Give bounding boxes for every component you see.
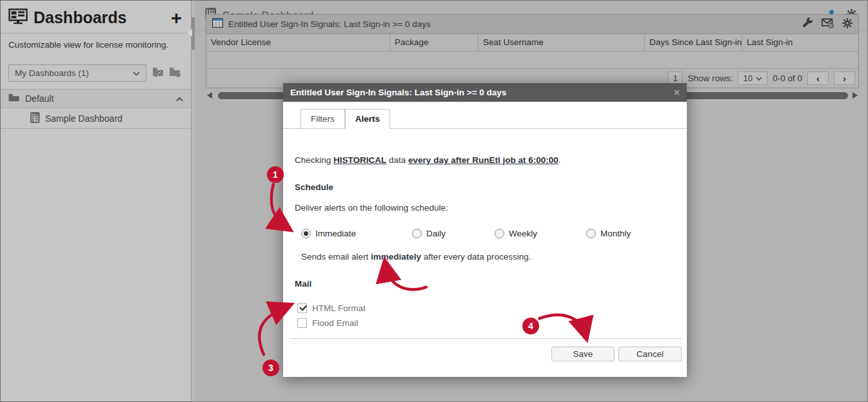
column-header[interactable]: Package — [390, 34, 478, 51]
scroll-left-arrow-icon[interactable] — [207, 92, 212, 99]
scroll-right-arrow-icon[interactable] — [853, 92, 858, 99]
historical-emphasis: HISTORICAL — [333, 155, 386, 165]
tab-alerts[interactable]: Alerts — [345, 109, 390, 129]
table-row — [206, 52, 859, 69]
checkbox-html-format[interactable]: HTML Format — [297, 303, 675, 313]
mail-heading: Mail — [295, 278, 675, 290]
schedule-radio-group: Immediate Daily Weekly Monthly — [301, 228, 675, 238]
folder-remove-icon[interactable] — [169, 67, 181, 80]
chevron-down-icon — [133, 68, 140, 78]
show-rows-label: Show rows: — [687, 73, 733, 83]
folder-edit-icon[interactable] — [152, 67, 164, 80]
schedule-instruction: Deliver alerts on the following schedule… — [295, 202, 675, 214]
dashboard-report-icon — [30, 112, 40, 125]
dialog-title: Entitled User Sign-In Signals: Last Sign… — [290, 88, 506, 97]
mail-options: HTML Format Flood Email — [297, 303, 675, 328]
table-header-row: Vendor License Package Seat Username Day… — [206, 34, 859, 52]
radio-monthly[interactable]: Monthly — [586, 229, 631, 238]
checkbox-checked-icon[interactable] — [297, 303, 307, 313]
column-header[interactable]: Last Sign-in — [742, 34, 858, 51]
widget-settings-gear-icon[interactable] — [842, 18, 853, 31]
close-icon[interactable]: × — [674, 88, 680, 98]
radio-daily[interactable]: Daily — [412, 229, 495, 238]
folder-icon — [8, 93, 19, 104]
immediately-emphasis: immediately — [371, 252, 421, 262]
radio-button-icon[interactable] — [495, 229, 504, 238]
table-widget: Entitled User Sign-In Signals: Last Sign… — [206, 14, 859, 88]
my-dashboards-dropdown[interactable]: My Dashboards (1) — [8, 64, 146, 82]
checkbox-unchecked-icon[interactable] — [297, 318, 307, 328]
radio-button-icon[interactable] — [586, 229, 596, 238]
widget-title: Entitled User Sign-In Signals: Last Sign… — [228, 19, 431, 29]
my-dashboards-dropdown-value: My Dashboards (1) — [15, 68, 89, 78]
dashboards-grid-icon — [8, 8, 28, 27]
checkbox-flood-email[interactable]: Flood Email — [297, 318, 675, 328]
folder-label: Default — [25, 93, 54, 104]
chevron-down-icon — [756, 77, 762, 81]
prev-page-button[interactable]: ‹ — [807, 72, 829, 85]
folder-actions — [152, 67, 181, 80]
tab-filters[interactable]: Filters — [301, 109, 345, 128]
radio-weekly[interactable]: Weekly — [495, 229, 586, 238]
cancel-button[interactable]: Cancel — [618, 347, 682, 361]
schedule-heading: Schedule — [295, 182, 675, 193]
column-header[interactable]: Vendor License — [206, 34, 390, 51]
column-header[interactable]: Seat Username — [478, 34, 645, 51]
radio-button-icon[interactable] — [412, 229, 422, 238]
radio-immediate[interactable]: Immediate — [301, 229, 412, 238]
table-icon — [212, 18, 223, 30]
sidebar-header: Dashboards + — [1, 1, 191, 34]
divider — [290, 338, 682, 339]
mail-schedule-icon[interactable] — [822, 18, 834, 31]
dialog-tabs: Filters Alerts — [283, 109, 687, 129]
save-button[interactable]: Save — [551, 347, 615, 361]
sidebar-description: Customizable view for license monitoring… — [1, 34, 191, 50]
schedule-note: Sends email alert immediately after ever… — [301, 251, 675, 263]
widget-header: Entitled User Sign-In Signals: Last Sign… — [206, 14, 859, 34]
radio-button-icon[interactable] — [301, 229, 311, 238]
dialog-actions: Save Cancel — [295, 347, 682, 361]
sidebar-folder-default[interactable]: Default — [1, 89, 191, 108]
sidebar: Dashboards + Customizable view for licen… — [1, 1, 192, 402]
next-page-button[interactable]: › — [834, 72, 855, 85]
dialog-body: Checking HISTORICAL data every day after… — [283, 155, 687, 361]
app-window: Dashboards + Customizable view for licen… — [0, 0, 868, 402]
chevron-up-icon[interactable] — [176, 93, 183, 104]
dashboard-selector-row: My Dashboards (1) — [8, 64, 183, 82]
wrench-icon[interactable] — [802, 17, 813, 31]
widget-settings-dialog: Entitled User Sign-In Signals: Last Sign… — [283, 83, 687, 377]
add-dashboard-button[interactable]: + — [171, 11, 182, 25]
column-header[interactable]: Days Since Last Sign-in — [645, 34, 742, 51]
checking-status-line: Checking HISTORICAL data every day after… — [295, 155, 675, 166]
page-size-value: 10 — [743, 73, 752, 83]
schedule-emphasis: every day after RunEtl job at 6:00:00 — [408, 155, 558, 165]
sidebar-title: Dashboards — [34, 8, 126, 27]
page-size-select[interactable]: 10 — [738, 72, 767, 85]
sidebar-item-label: Sample Dashboard — [45, 113, 123, 124]
dialog-header[interactable]: Entitled User Sign-In Signals: Last Sign… — [283, 83, 687, 102]
collapse-sidebar-arrow-icon[interactable] — [188, 29, 192, 37]
sidebar-item-sample-dashboard[interactable]: Sample Dashboard — [1, 108, 191, 129]
row-range-label: 0-0 of 0 — [773, 73, 802, 83]
